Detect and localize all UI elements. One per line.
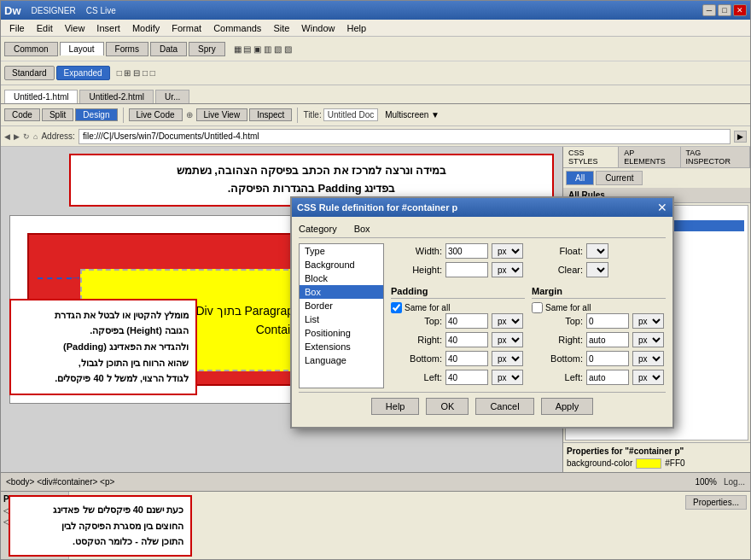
- padding-bottom-label: Bottom:: [391, 353, 442, 364]
- padding-same-checkbox[interactable]: [391, 302, 402, 313]
- btn-code[interactable]: Code: [4, 108, 40, 121]
- btn-design[interactable]: Design: [75, 108, 117, 121]
- height-row: Height: px: [391, 262, 525, 277]
- tooltip-props-text: כעת ישנם 40 פיקסלים של פאדינג החוצים בין…: [17, 502, 183, 550]
- address-go[interactable]: ▶: [734, 131, 747, 143]
- height-unit-select[interactable]: px: [492, 262, 523, 277]
- title-bar: Dw DESIGNER CS Live ─ □ ✕: [1, 1, 750, 20]
- status-log[interactable]: Log...: [724, 477, 745, 487]
- nav-refresh[interactable]: ↻: [23, 132, 30, 141]
- menu-help[interactable]: Help: [341, 21, 371, 35]
- padding-top-unit[interactable]: px: [492, 313, 523, 329]
- btn-live-view[interactable]: Live View: [196, 108, 248, 121]
- nav-back[interactable]: ◀: [4, 132, 10, 141]
- tab-spry[interactable]: Spry: [189, 42, 225, 56]
- tab-layout[interactable]: Layout: [60, 42, 104, 55]
- btn-live-code[interactable]: Live Code: [129, 108, 183, 121]
- doc-tab-2[interactable]: Untitled-2.html: [79, 90, 153, 103]
- margin-left-unit[interactable]: px: [632, 370, 664, 385]
- padding-left-unit[interactable]: px: [492, 370, 523, 385]
- cat-positioning[interactable]: Positioning: [300, 326, 383, 340]
- nav-forward[interactable]: ▶: [14, 132, 20, 141]
- dialog-buttons: Help OK Cancel Apply: [299, 392, 666, 420]
- padding-bottom-input[interactable]: [445, 351, 488, 366]
- tab-tag-inspector[interactable]: TAG INSPECTOR: [681, 147, 750, 167]
- width-unit-select[interactable]: px: [492, 243, 523, 259]
- menu-insert[interactable]: Insert: [91, 21, 125, 35]
- btn-inspect[interactable]: Inspect: [249, 108, 292, 121]
- padding-bottom-unit[interactable]: px: [492, 351, 523, 366]
- tab-ap-elements[interactable]: AP ELEMENTS: [619, 147, 680, 167]
- menu-window[interactable]: Window: [296, 21, 340, 35]
- btn-standard[interactable]: Standard: [4, 66, 55, 80]
- menu-format[interactable]: Format: [166, 21, 207, 35]
- clear-select[interactable]: [586, 262, 608, 277]
- tooltip-bottom-left: מומלץ להקטין או לבטל את הגדרת הגובה (Hei…: [9, 299, 197, 395]
- tab-common[interactable]: Common: [4, 42, 58, 56]
- margin-right-input[interactable]: [586, 332, 629, 347]
- width-input[interactable]: [445, 243, 488, 259]
- doc-tab-1[interactable]: Untitled-1.html: [4, 90, 78, 103]
- margin-bottom-unit[interactable]: px: [632, 351, 664, 366]
- dialog-close-button[interactable]: ✕: [657, 201, 667, 214]
- btn-ok[interactable]: OK: [426, 398, 469, 415]
- title-value[interactable]: Untitled Doc: [323, 108, 378, 121]
- minimize-button[interactable]: ─: [702, 4, 716, 16]
- toolbar-icons: ▦ ▤ ▣ ▥ ▧ ▨: [234, 44, 292, 54]
- view-toolbar: Code Split Design Live Code ⊕ Live View …: [1, 104, 750, 126]
- margin-bottom-input[interactable]: [586, 351, 629, 366]
- header-box: Box: [354, 224, 370, 234]
- subtab-current[interactable]: Current: [596, 171, 643, 185]
- css-sub-tabs: All Current: [563, 168, 750, 188]
- btn-apply[interactable]: Apply: [541, 398, 594, 415]
- btn-help[interactable]: Help: [371, 398, 420, 415]
- tab-data[interactable]: Data: [150, 42, 187, 56]
- btn-split[interactable]: Split: [42, 108, 73, 121]
- cat-language[interactable]: Language: [300, 353, 383, 367]
- menu-view[interactable]: View: [60, 21, 90, 35]
- margin-bottom-label: Bottom:: [532, 353, 583, 364]
- padding-left-input[interactable]: [445, 370, 488, 385]
- tooltip-top-text: במידה ונרצה למרכז את הכתב בפיסקה הצהובה,…: [81, 162, 542, 198]
- btn-cancel[interactable]: Cancel: [475, 398, 533, 415]
- cat-border[interactable]: Border: [300, 299, 383, 312]
- float-select[interactable]: [586, 243, 608, 259]
- maximize-button[interactable]: □: [718, 4, 731, 16]
- cat-block[interactable]: Block: [300, 271, 383, 285]
- tab-forms[interactable]: Forms: [106, 42, 148, 56]
- margin-top-unit[interactable]: px: [632, 313, 664, 329]
- cat-type[interactable]: Type: [300, 244, 383, 258]
- tp-line3: התוכן שלה - כלומר הטקסט.: [73, 536, 183, 546]
- menu-file[interactable]: File: [4, 21, 30, 35]
- padding-top-input[interactable]: [445, 313, 488, 329]
- menu-edit[interactable]: Edit: [32, 21, 58, 35]
- subtab-all[interactable]: All: [566, 171, 594, 185]
- margin-same-checkbox[interactable]: [532, 302, 543, 313]
- margin-top-input[interactable]: [586, 313, 629, 329]
- menu-commands[interactable]: Commands: [208, 21, 266, 35]
- margin-left-input[interactable]: [586, 370, 629, 385]
- padding-right-unit[interactable]: px: [492, 332, 523, 347]
- margin-right-unit[interactable]: px: [632, 332, 664, 347]
- cat-list[interactable]: List: [300, 312, 383, 326]
- menu-modify[interactable]: Modify: [127, 21, 165, 35]
- btn-expanded[interactable]: Expanded: [56, 66, 110, 80]
- height-input[interactable]: [445, 262, 488, 277]
- doc-tab-3[interactable]: Ur...: [155, 90, 189, 103]
- dialog-title: CSS Rule definition for #container p: [297, 202, 457, 213]
- padding-right-input[interactable]: [445, 332, 488, 347]
- multiscreen-btn[interactable]: Multiscreen ▼: [385, 110, 440, 120]
- cat-box[interactable]: Box: [300, 285, 383, 299]
- bg-color-swatch[interactable]: [636, 458, 661, 469]
- close-button[interactable]: ✕: [733, 4, 747, 16]
- menu-site[interactable]: Site: [268, 21, 294, 35]
- address-input[interactable]: [79, 129, 731, 144]
- tab-css-styles[interactable]: CSS STYLES: [563, 147, 619, 167]
- cat-extensions[interactable]: Extensions: [300, 340, 383, 353]
- properties-btn[interactable]: Properties...: [685, 495, 747, 510]
- arrow-line-left: [38, 277, 72, 279]
- document-tabs: Untitled-1.html Untitled-2.html Ur...: [1, 85, 750, 104]
- nav-home[interactable]: ⌂: [33, 132, 38, 141]
- cat-background[interactable]: Background: [300, 258, 383, 271]
- tp-line1: כעת ישנם 40 פיקסלים של פאדינג: [53, 505, 183, 515]
